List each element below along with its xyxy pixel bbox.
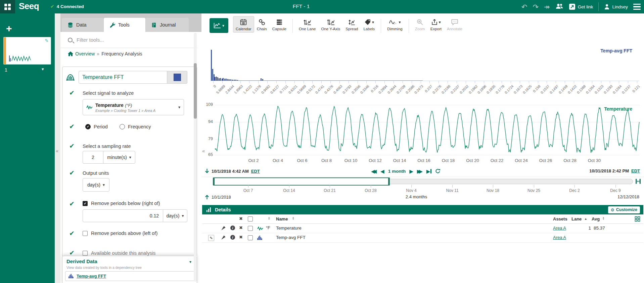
signal-select-dropdown[interactable]: Temperature (°F) Example » Cooling Tower… — [83, 99, 184, 115]
select-all-checkbox[interactable] — [248, 216, 253, 221]
edit-item-icon[interactable]: ✎ — [208, 235, 214, 241]
pin-icon[interactable] — [221, 226, 226, 231]
display-range-end[interactable]: 10/31/2018 2:42 PM EDT — [589, 168, 640, 173]
fixed-width-icon[interactable] — [635, 178, 641, 185]
toolbar-button-chain[interactable]: Chain — [254, 16, 270, 33]
table-row-temperature[interactable]: i✖°FTemperatureArea A185.37 — [202, 224, 643, 233]
frequency-radio[interactable]: Frequency — [120, 124, 151, 129]
output-unit-dropdown[interactable]: day(s)▾ — [83, 178, 109, 192]
investigate-end-text[interactable]: 12/12/2018 — [617, 194, 639, 199]
remove-all-icon[interactable]: ✖ — [239, 216, 243, 221]
tool-name-input[interactable] — [79, 71, 167, 84]
hamburger-menu-icon[interactable] — [633, 4, 641, 10]
sort-icons[interactable]: ▲▼ — [268, 216, 270, 220]
range-end-timezone-link[interactable]: EDT — [631, 168, 640, 173]
forward-history-icon[interactable]: ↠ — [544, 3, 550, 10]
clipped-option[interactable]: Available outside this analysis — [83, 250, 155, 256]
toolbar-button-capsule[interactable]: Capsule — [270, 16, 289, 33]
chevron-down-icon[interactable]: ▾ — [189, 259, 191, 264]
remove-below-option[interactable]: ✔ Remove periods below (right of) — [83, 201, 160, 206]
app-switcher-button[interactable] — [0, 0, 15, 13]
row-checkbox[interactable] — [248, 235, 253, 240]
sort-icons[interactable]: ▲▼ — [602, 216, 604, 220]
panel-scrollbar[interactable] — [194, 33, 197, 282]
row-checkbox[interactable] — [248, 226, 253, 231]
worksheet-thumbnail[interactable]: ✎ — [3, 37, 51, 65]
sampling-unit-dropdown[interactable]: minute(s)▾ — [103, 151, 135, 164]
undo-icon[interactable]: ↶ — [521, 3, 527, 10]
customize-button[interactable]: ⚙ Customize — [608, 206, 640, 213]
breadcrumb-overview-link[interactable]: Overview — [75, 51, 95, 56]
tab-journal[interactable]: Journal — [146, 18, 189, 32]
timeline-left-handle[interactable] — [213, 177, 215, 186]
range-start-timezone-link[interactable]: EDT — [251, 169, 260, 174]
column-avg[interactable]: Avg — [592, 216, 600, 221]
worksheet-dropdown-icon[interactable]: ▾ — [42, 67, 44, 72]
collapse-rail-icon[interactable]: « — [56, 148, 58, 154]
sort-icons[interactable]: ▲▼ — [292, 216, 294, 220]
temperature-chart[interactable] — [215, 102, 640, 157]
connection-status-label: 4 Connected — [57, 4, 84, 9]
column-assets[interactable]: Assets — [553, 216, 567, 221]
timeline-right-handle[interactable] — [388, 177, 390, 186]
step-forward-icon[interactable]: ▶ — [409, 169, 413, 174]
toolbar-button-spread[interactable]: Spread — [343, 16, 361, 33]
display-range-start[interactable]: 10/1/2018 4:42 AM EDT — [205, 168, 260, 174]
one-y-axis-icon — [327, 18, 335, 26]
step-forward-many-icon[interactable]: ▶▶ — [417, 169, 423, 174]
tab-data[interactable]: Data — [62, 18, 103, 32]
users-access-icon[interactable] — [555, 3, 563, 10]
sampling-rate-input[interactable]: 2 — [92, 155, 94, 160]
toolbar-button-calendar[interactable]: Calendar — [233, 16, 254, 33]
remove-below-unit-dropdown[interactable]: day(s)▾ — [163, 209, 187, 222]
edit-worksheet-icon[interactable]: ✎ — [45, 38, 49, 43]
step-check-icon: ✔ — [69, 89, 75, 97]
fft-bar — [211, 50, 212, 81]
add-worksheet-button[interactable]: + — [6, 24, 12, 34]
row-asset-link[interactable]: Area A — [553, 226, 566, 231]
color-picker-button[interactable] — [167, 71, 187, 84]
derived-item-link[interactable]: Temp-avg FFT — [77, 274, 106, 279]
remove-below-value-input[interactable]: 0.12 — [150, 213, 159, 218]
tab-tools[interactable]: Tools — [104, 18, 145, 32]
add-column-grid-icon[interactable] — [635, 216, 640, 222]
temperature-y-tick-label: 79 — [203, 136, 213, 141]
remove-item-icon[interactable]: ✖ — [239, 235, 243, 239]
chain-icon — [259, 18, 265, 26]
user-menu[interactable]: Lindsey — [604, 4, 628, 10]
scrollbar-thumb[interactable] — [194, 63, 197, 119]
sort-asc-icon[interactable]: ▲ — [584, 217, 587, 220]
column-name[interactable]: Name — [276, 216, 288, 221]
investigate-start[interactable]: 10/1/2018 — [205, 194, 231, 200]
remove-item-icon[interactable]: ✖ — [239, 226, 243, 230]
toolbar-button-one-y-axis[interactable]: One Y-Axis — [318, 16, 343, 33]
view-selector-button[interactable]: ▾ — [210, 18, 228, 33]
step-back-icon[interactable]: ◀ — [380, 169, 384, 174]
period-radio[interactable]: ✔ Period — [85, 124, 108, 129]
toolbar-button-labels[interactable]: ▾Labels — [361, 16, 377, 33]
get-link-button[interactable]: Get link — [569, 3, 593, 10]
column-lane[interactable]: Lane — [571, 216, 582, 221]
home-icon[interactable] — [68, 51, 73, 56]
toolbar-button-export[interactable]: ▾Export — [428, 16, 444, 33]
toolbar-button-one-lane[interactable]: One Lane — [296, 16, 319, 33]
redo-icon[interactable]: ↷ — [533, 3, 539, 10]
derived-item-temp-avg-fft[interactable]: Temp-avg FFT — [65, 271, 195, 281]
pin-icon[interactable] — [221, 235, 226, 241]
info-icon[interactable]: i — [230, 235, 235, 240]
step-to-end-icon[interactable]: ▶ — [426, 169, 431, 174]
labels-icon: ▾ — [364, 18, 374, 26]
refresh-icon[interactable] — [435, 168, 441, 174]
range-duration[interactable]: 1 month — [388, 169, 406, 174]
toolbar-button-dimming[interactable]: ▾Dimming — [384, 16, 405, 33]
step-back-many-icon[interactable]: ◀◀ — [371, 169, 377, 174]
fft-chart[interactable]: 05.68892.84441.89631.42221.13780.94820.8… — [209, 36, 641, 88]
remove-above-option[interactable]: Remove periods above (left of) — [83, 231, 157, 236]
derived-data-title[interactable]: Derived Data — [66, 258, 97, 264]
timeline-selected-range[interactable] — [213, 177, 389, 186]
connection-status[interactable]: ✔ 4 Connected — [50, 4, 84, 9]
info-icon[interactable]: i — [230, 226, 235, 230]
filter-tools-input[interactable] — [76, 37, 177, 43]
row-asset-link[interactable]: Area A — [553, 235, 566, 240]
table-row-temp-avg-fft[interactable]: ✎i✖Temp-avg FFTArea A — [202, 233, 643, 243]
